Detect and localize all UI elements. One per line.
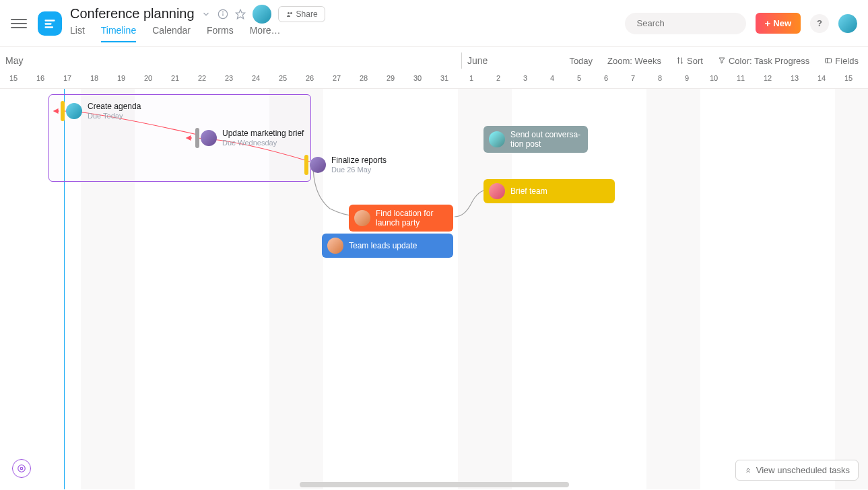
filter-icon — [718, 57, 726, 65]
horizontal-scrollbar[interactable] — [300, 482, 569, 487]
tab-more[interactable]: More… — [250, 25, 281, 42]
project-title[interactable]: Conference planning — [70, 6, 195, 22]
project-tabs: List Timeline Calendar Forms More… — [70, 25, 625, 42]
project-icon — [38, 11, 62, 36]
task-pill — [61, 101, 65, 121]
help-button[interactable]: ? — [810, 14, 829, 33]
menu-button[interactable] — [11, 15, 27, 32]
fields-button[interactable]: Fields — [824, 56, 859, 66]
assignee-avatar — [354, 210, 370, 226]
new-button[interactable]: +New — [756, 13, 801, 34]
info-icon[interactable] — [218, 9, 228, 20]
svg-rect-0 — [45, 20, 55, 22]
svg-point-7 — [288, 12, 290, 14]
chevrons-up-icon — [744, 466, 752, 475]
color-selector[interactable]: Color: Task Progress — [718, 56, 809, 66]
task-create-agenda[interactable]: Create agenda Due Today — [61, 101, 141, 121]
sort-icon — [676, 57, 684, 65]
month-label-may: May — [5, 55, 23, 66]
task-pill — [304, 155, 308, 175]
weekend-shade — [646, 89, 700, 489]
info-badge[interactable] — [12, 459, 31, 478]
svg-rect-2 — [45, 26, 54, 28]
fields-icon — [824, 57, 832, 65]
svg-rect-11 — [826, 59, 832, 63]
task-find-location[interactable]: Find location for launch party — [349, 205, 453, 232]
assignee-avatar — [66, 103, 82, 119]
svg-point-8 — [290, 12, 292, 14]
date-header: 15 16 17 18 19 20 21 22 23 24 25 26 27 2… — [0, 74, 868, 89]
task-send-out-post[interactable]: Send out conversa- tion post — [483, 126, 588, 153]
task-brief-team[interactable]: Brief team — [483, 179, 615, 203]
today-button[interactable]: Today — [569, 56, 593, 66]
svg-marker-13 — [54, 109, 58, 113]
star-icon[interactable] — [235, 9, 246, 20]
chevron-down-icon[interactable] — [201, 9, 211, 19]
tab-calendar[interactable]: Calendar — [152, 25, 191, 42]
weekend-shade — [835, 89, 868, 489]
svg-point-18 — [20, 467, 23, 470]
assignee-avatar — [201, 130, 217, 146]
sort-button[interactable]: Sort — [676, 56, 703, 66]
timeline-canvas[interactable]: Create agenda Due Today Update marketing… — [0, 89, 868, 489]
month-label-june: June — [461, 53, 488, 69]
svg-rect-1 — [45, 23, 52, 25]
tab-forms[interactable]: Forms — [207, 25, 234, 42]
tab-list[interactable]: List — [70, 25, 85, 42]
svg-marker-14 — [187, 136, 191, 140]
task-team-leads[interactable]: Team leads update — [322, 234, 453, 258]
task-update-brief[interactable]: Update marketing brief Due Wednesday — [195, 128, 304, 148]
assignee-avatar — [489, 131, 505, 147]
task-finalize-reports[interactable]: Finalize reports Due 26 May — [304, 155, 387, 175]
svg-point-17 — [18, 465, 26, 473]
assignee-avatar — [327, 238, 343, 254]
project-member-avatar[interactable] — [253, 5, 271, 24]
user-avatar[interactable] — [838, 14, 857, 33]
svg-marker-6 — [236, 9, 244, 18]
assignee-avatar — [310, 157, 326, 173]
zoom-selector[interactable]: Zoom: Weeks — [607, 56, 661, 66]
search-input[interactable] — [625, 13, 746, 34]
assignee-avatar — [489, 183, 505, 199]
task-pill — [195, 128, 199, 148]
svg-point-5 — [222, 11, 223, 12]
share-button[interactable]: Share — [278, 6, 325, 22]
tab-timeline[interactable]: Timeline — [101, 25, 136, 42]
view-unscheduled-button[interactable]: View unscheduled tasks — [735, 460, 859, 481]
